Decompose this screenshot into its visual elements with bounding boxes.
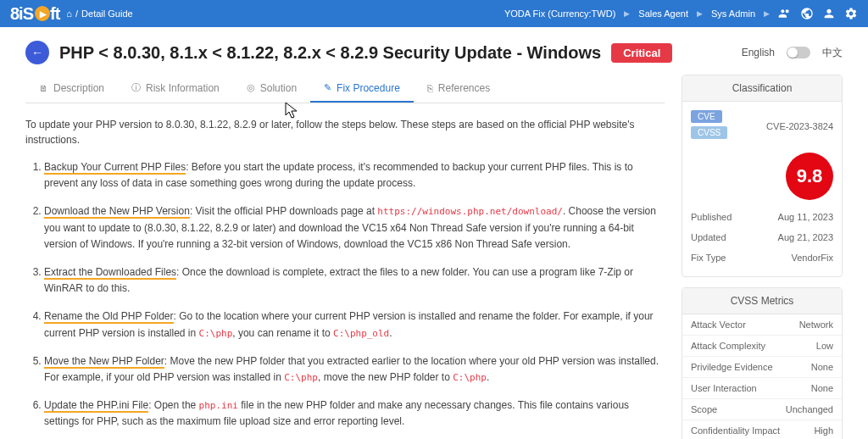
metric-value: Low: [816, 341, 833, 351]
tab-bar: 🗎Description ⓘRisk Information ◎Solution…: [25, 75, 665, 103]
metric-user-interaction: User InteractionNone: [682, 378, 842, 399]
updated-value: Aug 21, 2023: [778, 232, 833, 242]
chevron-right-icon: ▶: [624, 9, 630, 18]
step-1: Backup Your Current PHP Files: Before yo…: [44, 159, 665, 192]
user-icon[interactable]: [822, 7, 836, 20]
home-icon[interactable]: ⌂: [66, 8, 72, 19]
published-value: Aug 11, 2023: [778, 212, 833, 222]
logo-badge-icon: ▶: [35, 6, 50, 21]
tab-fix-procedure[interactable]: ✎Fix Procedure: [310, 75, 414, 103]
tab-references[interactable]: ⎘References: [414, 75, 504, 103]
step-title: Download the New PHP Version: [44, 205, 190, 219]
breadcrumb-current[interactable]: Detail Guide: [81, 8, 133, 19]
metric-label: Confidentiality Impact: [691, 425, 780, 436]
metric-value: None: [811, 383, 833, 393]
metric-label: User Interaction: [691, 383, 757, 393]
tab-label: Risk Information: [146, 82, 220, 94]
classification-header: Classification: [682, 75, 842, 102]
fixtype-label: Fix Type: [691, 253, 726, 263]
tab-label: Description: [53, 82, 104, 94]
cvss-tag: CVSS: [691, 126, 727, 139]
chevron-right-icon: ▶: [697, 9, 703, 18]
step-title: Update the PHP.ini File: [44, 399, 148, 413]
metric-label: Priviledge Evidence: [691, 362, 773, 372]
chevron-right-icon: ▶: [764, 9, 770, 18]
fixtype-value: VendorFix: [791, 253, 833, 263]
published-label: Published: [691, 212, 732, 222]
cvss-score-circle: 9.8: [786, 153, 833, 200]
metric-value: None: [811, 362, 833, 372]
metric-label: Scope: [691, 404, 717, 414]
app-logo[interactable]: 8iS▶ft: [10, 4, 59, 24]
lang-english-label[interactable]: English: [742, 47, 775, 58]
metric-attack-complexity: Attack ComplexityLow: [682, 336, 842, 357]
tab-solution[interactable]: ◎Solution: [233, 75, 310, 103]
metric-label: Attack Vector: [691, 320, 746, 330]
tab-label: Solution: [260, 82, 297, 94]
lang-chinese-label[interactable]: 中文: [822, 46, 843, 60]
step-body: , move the new PHP folder to: [318, 371, 453, 383]
tab-label: Fix Procedure: [337, 82, 400, 94]
breadcrumb: ⌂ / Detail Guide: [66, 8, 132, 19]
step-body: : Open the: [148, 399, 198, 411]
nav-sales-agent[interactable]: Sales Agent: [638, 8, 688, 19]
logo-text-1: 8iS: [10, 4, 33, 24]
step-5: Move the New PHP Folder: Move the new PH…: [44, 353, 665, 386]
metric-value: Unchanged: [786, 404, 833, 414]
metric-scope: ScopeUnchanged: [682, 399, 842, 420]
step-4: Rename the Old PHP Folder: Go to the loc…: [44, 308, 665, 341]
back-button[interactable]: ←: [25, 41, 49, 64]
step-body: .: [487, 371, 489, 383]
cve-tag: CVE: [691, 110, 722, 123]
gear-icon[interactable]: [844, 7, 858, 20]
code-path: C:\php: [284, 372, 318, 383]
cvss-metrics-header: CVSS Metrics: [682, 288, 842, 314]
step-title: Extract the Downloaded Files: [44, 266, 176, 280]
download-link[interactable]: https://windows.php.net/download/: [377, 206, 563, 217]
info-icon: ⓘ: [131, 81, 141, 94]
step-body: : Visit the official PHP downloads page …: [190, 205, 377, 217]
procedure-list: Backup Your Current PHP Files: Before yo…: [25, 159, 665, 439]
step-title: Move the New PHP Folder: [44, 355, 164, 369]
code-path: C:\php: [453, 372, 487, 383]
metric-label: Attack Complexity: [691, 341, 765, 351]
logo-text-2: ft: [50, 4, 59, 24]
code-path: C:\php: [199, 328, 233, 339]
page-title: PHP < 8.0.30, 8.1.x < 8.1.22, 8.2.x < 8.…: [59, 43, 601, 63]
target-icon: ◎: [247, 82, 255, 93]
code-path: C:\php_old: [333, 328, 389, 339]
metric-value: Network: [799, 320, 833, 330]
classification-card: Classification CVE CVSS CVE-2023-3824 9.…: [682, 75, 843, 277]
step-body: .: [389, 327, 392, 339]
breadcrumb-separator: /: [75, 8, 78, 19]
users-icon[interactable]: [778, 7, 792, 20]
metric-value: High: [814, 425, 833, 436]
link-icon: ⎘: [427, 83, 433, 93]
cve-id: CVE-2023-3824: [766, 121, 833, 131]
metric-attack-vector: Attack VectorNetwork: [682, 314, 842, 336]
nav-sys-admin[interactable]: Sys Admin: [711, 8, 755, 19]
step-3: Extract the Downloaded Files: Once the d…: [44, 264, 665, 297]
code-file: php.ini: [199, 400, 238, 411]
tab-description[interactable]: 🗎Description: [25, 75, 118, 103]
metric-confidentiality: Confidentiality ImpactHigh: [682, 420, 842, 439]
language-toggle[interactable]: [787, 47, 810, 58]
wrench-icon: ✎: [324, 82, 331, 93]
step-2: Download the New PHP Version: Visit the …: [44, 203, 665, 253]
nav-yoda-fix[interactable]: YODA Fix (Currency:TWD): [504, 8, 615, 19]
globe-icon[interactable]: [800, 7, 814, 20]
top-navigation-bar: 8iS▶ft ⌂ / Detail Guide YODA Fix (Curren…: [0, 0, 868, 27]
updated-label: Updated: [691, 232, 726, 242]
step-title: Backup Your Current PHP Files: [44, 161, 186, 175]
step-title: Rename the Old PHP Folder: [44, 310, 174, 324]
tab-risk-information[interactable]: ⓘRisk Information: [118, 75, 233, 103]
document-icon: 🗎: [39, 83, 48, 93]
step-body: , you can rename it to: [232, 327, 333, 339]
cvss-metrics-card: CVSS Metrics Attack VectorNetwork Attack…: [682, 287, 843, 439]
severity-badge: Critical: [611, 43, 672, 63]
tab-label: References: [438, 82, 490, 94]
step-6: Update the PHP.ini File: Open the php.in…: [44, 397, 665, 430]
intro-paragraph: To update your PHP version to 8.0.30, 8.…: [25, 117, 665, 147]
metric-privilege-evidence: Priviledge EvidenceNone: [682, 357, 842, 378]
